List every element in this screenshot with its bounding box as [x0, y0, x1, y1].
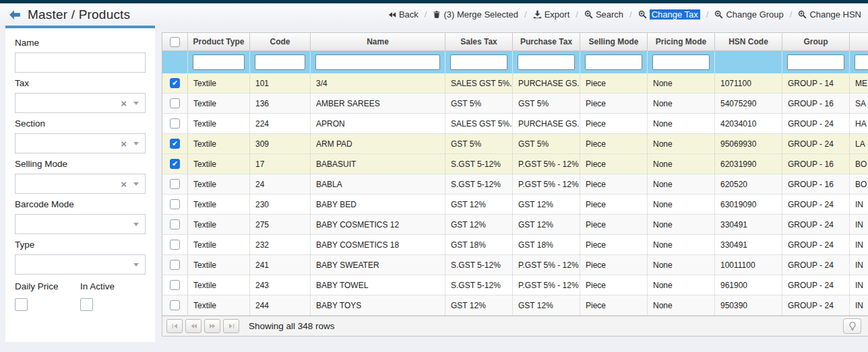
prev-page-button[interactable] — [185, 319, 202, 333]
column-header-purchase-tax[interactable]: Purchase Tax — [513, 33, 580, 51]
cell-pricing-mode: None — [648, 215, 715, 234]
filter-cell-blank — [850, 51, 868, 73]
column-header-selling-mode[interactable]: Selling Mode — [580, 33, 648, 51]
row-checkbox[interactable] — [170, 240, 180, 250]
cell-hsn-code: 62031990 — [715, 154, 782, 174]
row-checkbox[interactable] — [170, 219, 180, 230]
action-change-hsn[interactable]: Change HSN — [798, 9, 861, 20]
cell-code: 241 — [250, 255, 311, 275]
row-checkbox[interactable]: ✔ — [170, 139, 180, 149]
section-filter-select[interactable]: × — [15, 133, 146, 153]
filter-cell-sales-tax — [445, 51, 513, 73]
selling-mode-column-filter-input[interactable] — [585, 55, 642, 70]
action-back[interactable]: Back — [388, 9, 418, 20]
clear-icon[interactable]: × — [121, 98, 127, 108]
cell-sales-tax: S.GST 5-12% — [445, 154, 513, 174]
column-header-hsn-code[interactable]: HSN Code — [715, 33, 782, 51]
clear-icon[interactable]: × — [121, 179, 127, 189]
table-row[interactable]: Textile275BABY COSMETICS 12GST 12%GST 12… — [162, 215, 868, 235]
row-checkbox[interactable] — [170, 280, 180, 290]
row-checkbox[interactable]: ✔ — [170, 159, 180, 169]
table-row[interactable]: Textile230BABY BEDGST 12%GST 12%PieceNon… — [162, 195, 868, 215]
next-page-button[interactable] — [204, 319, 220, 333]
row-checkbox[interactable] — [170, 179, 180, 189]
selling-mode-filter-select[interactable]: × — [15, 174, 146, 194]
separator: / — [706, 9, 709, 20]
tax-filter-select[interactable]: × — [15, 93, 146, 113]
cell-pricing-mode: None — [648, 94, 715, 113]
row-checkbox[interactable] — [170, 118, 180, 129]
cell-group: GROUP - 24 — [782, 114, 850, 133]
cell-name: BABY BED — [311, 195, 445, 214]
cell-product-type: Textile — [188, 275, 250, 295]
cell-code: 136 — [250, 94, 311, 113]
column-header-product-type[interactable]: Product Type — [188, 33, 250, 51]
products-table: Product TypeCodeNameSales TaxPurchase Ta… — [162, 32, 868, 337]
column-header-code[interactable]: Code — [250, 33, 311, 51]
type-filter-select[interactable] — [15, 254, 146, 275]
cell-product-type: Textile — [188, 174, 250, 194]
filter-cell-purchase-tax — [513, 51, 580, 73]
code-column-filter-input[interactable] — [255, 55, 305, 70]
group-column-filter-input[interactable] — [787, 55, 844, 70]
cell-hsn-code: 961900 — [715, 275, 782, 295]
table-row[interactable]: ✔Textile309ARM PADGST 5%GST 5%PieceNone9… — [162, 134, 868, 154]
table-row[interactable]: Textile136AMBER SAREESGST 5%GST 5%PieceN… — [162, 94, 868, 114]
table-row[interactable]: ✔Textile1013/4SALES GST 5%...PURCHASE GS… — [162, 73, 868, 94]
filter-sidebar: NameTax×Section×Selling Mode×Barcode Mod… — [5, 26, 155, 342]
table-row[interactable]: Textile243BABY TOWELS.GST 5-12%P.GST 5% … — [162, 275, 868, 295]
table-row[interactable]: Textile24BABLAS.GST 5-12%P.GST 5% - 12%P… — [162, 174, 868, 195]
action-search[interactable]: Search — [584, 9, 623, 20]
cell-purchase-tax: P.GST 5% - 12% — [513, 255, 580, 275]
cell-code: 224 — [250, 114, 311, 133]
row-checkbox[interactable] — [170, 300, 180, 310]
action-3-merge-selected[interactable]: (3) Merge Selected — [433, 9, 518, 20]
table-row[interactable]: Textile244BABY TOYSGST 12%GST 12%PieceNo… — [162, 295, 868, 316]
table-row[interactable]: Textile232BABY COSMETICS 18GST 18%GST 18… — [162, 235, 868, 255]
column-header-sales-tax[interactable]: Sales Tax — [445, 33, 513, 51]
row-checkbox[interactable] — [170, 260, 180, 270]
barcode-mode-filter-select[interactable] — [15, 214, 146, 234]
in-active-checkbox[interactable] — [80, 298, 93, 311]
cell-pricing-mode: None — [648, 154, 715, 174]
cell-purchase-tax: PURCHASE GS... — [513, 114, 580, 133]
row-checkbox[interactable] — [170, 199, 180, 209]
purchase-tax-column-filter-input[interactable] — [518, 55, 575, 70]
table-row[interactable]: Textile241BABY SWEATERS.GST 5-12%P.GST 5… — [162, 255, 868, 275]
clear-icon[interactable]: × — [121, 139, 127, 149]
hint-lightbulb-button[interactable] — [843, 318, 861, 334]
column-header-blank[interactable] — [162, 33, 188, 51]
action-change-group[interactable]: Change Group — [714, 9, 783, 20]
table-row[interactable]: Textile224APRONSALES GST 5%...PURCHASE G… — [162, 114, 868, 134]
table-footer: Showing all 348 rows — [162, 316, 868, 336]
first-page-button[interactable] — [166, 319, 183, 333]
cell-name: BABY TOYS — [311, 295, 445, 315]
sales-tax-column-filter-input[interactable] — [450, 55, 507, 70]
table-row[interactable]: ✔Textile17BABASUITS.GST 5-12%P.GST 5% - … — [162, 154, 868, 174]
row-checkbox[interactable]: ✔ — [170, 78, 180, 88]
filter-label-tax: Tax — [15, 78, 146, 88]
action-label: (3) Merge Selected — [443, 9, 518, 20]
action-export[interactable]: Export — [533, 9, 570, 20]
column-header-group[interactable]: Group — [782, 33, 850, 51]
daily-price-checkbox[interactable] — [15, 298, 28, 311]
row-checkbox[interactable] — [170, 98, 180, 108]
cell-extra: IN — [850, 195, 868, 214]
action-change-tax[interactable]: Change Tax — [638, 9, 700, 20]
row-checkbox-cell — [162, 195, 188, 214]
extra-column-filter-input[interactable] — [855, 55, 868, 70]
filter-label-barcode-mode: Barcode Mode — [15, 199, 146, 209]
cell-hsn-code: 42034010 — [715, 114, 782, 133]
cell-product-type: Textile — [188, 134, 250, 153]
pricing-mode-column-filter-input[interactable] — [652, 55, 710, 70]
name-filter-input[interactable] — [15, 52, 146, 73]
column-header-pricing-mode[interactable]: Pricing Mode — [648, 33, 715, 51]
column-header-blank[interactable] — [850, 33, 868, 51]
product-type-column-filter-input[interactable] — [193, 55, 245, 70]
select-all-checkbox[interactable] — [170, 37, 180, 47]
back-arrow-icon[interactable] — [8, 9, 22, 21]
last-page-button[interactable] — [223, 319, 239, 333]
column-header-name[interactable]: Name — [311, 33, 445, 51]
zoom-icon — [714, 10, 723, 19]
name-column-filter-input[interactable] — [315, 55, 440, 70]
